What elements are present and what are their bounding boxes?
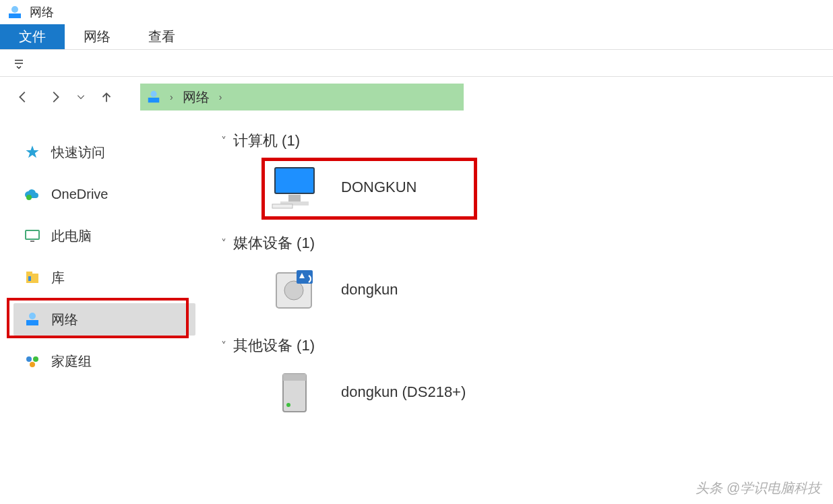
svg-rect-10 <box>26 320 38 325</box>
network-title-icon <box>5 3 24 22</box>
sidebar-item-label: OneDrive <box>51 187 108 202</box>
sidebar-item-onedrive[interactable]: OneDrive <box>13 178 195 210</box>
svg-rect-17 <box>288 195 301 201</box>
svg-point-1 <box>11 6 18 13</box>
nav-recent-dropdown[interactable] <box>74 84 88 111</box>
group-title: 计算机 (1) <box>233 131 300 151</box>
breadcrumb-chevron-icon[interactable]: › <box>170 92 173 102</box>
network-icon <box>23 310 42 329</box>
chevron-down-icon: ˅ <box>221 135 226 148</box>
sidebar-item-this-pc[interactable]: 此电脑 <box>13 220 195 252</box>
sidebar-item-label: 库 <box>51 269 65 287</box>
homegroup-icon <box>23 352 42 371</box>
nav-row: › 网络 › <box>0 77 833 117</box>
group-computers: ˅ 计算机 (1) DONGKUN <box>221 131 820 220</box>
item-label: DONGKUN <box>341 179 416 196</box>
sidebar-item-label: 家庭组 <box>51 352 92 371</box>
sidebar-item-quick-access[interactable]: 快速访问 <box>13 136 195 168</box>
group-other: ˅ 其他设备 (1) dongkun (DS218+) <box>221 336 820 424</box>
svg-point-3 <box>150 91 156 97</box>
tab-view[interactable]: 查看 <box>129 24 194 49</box>
cloud-icon <box>23 185 42 203</box>
group-header-media[interactable]: ˅ 媒体设备 (1) <box>221 233 820 253</box>
ribbon-tabs: 文件 网络 查看 <box>0 24 833 50</box>
svg-point-4 <box>26 195 32 200</box>
svg-point-21 <box>284 281 303 300</box>
navigation-pane: 快速访问 OneDrive 此电脑 库 网络 <box>0 117 202 504</box>
svg-point-14 <box>30 362 35 367</box>
item-label: dongkun (DS218+) <box>341 383 466 401</box>
svg-point-25 <box>286 403 290 407</box>
media-device-icon <box>268 266 322 313</box>
svg-point-12 <box>26 356 32 362</box>
group-title: 媒体设备 (1) <box>233 233 315 253</box>
breadcrumb-chevron-icon[interactable]: › <box>219 92 222 102</box>
other-device-item[interactable]: dongkun (DS218+) <box>261 360 820 424</box>
item-label: dongkun <box>341 281 398 298</box>
sidebar-item-network[interactable]: 网络 <box>13 303 195 336</box>
libraries-icon <box>23 268 42 287</box>
network-computer-item[interactable]: DONGKUN <box>261 155 820 220</box>
window-title: 网络 <box>30 4 54 20</box>
monitor-icon <box>23 226 42 245</box>
address-network-icon <box>144 88 163 106</box>
sidebar-item-label: 此电脑 <box>51 227 92 245</box>
svg-rect-19 <box>272 204 292 208</box>
svg-rect-6 <box>30 241 34 242</box>
tab-file[interactable]: 文件 <box>0 24 65 49</box>
svg-point-13 <box>33 356 38 362</box>
nav-up-button[interactable] <box>93 84 120 111</box>
sidebar-item-homegroup[interactable]: 家庭组 <box>13 345 195 377</box>
nav-back-button[interactable] <box>9 84 36 111</box>
media-device-item[interactable]: dongkun <box>261 257 820 322</box>
star-icon <box>23 143 42 162</box>
title-bar: 网络 <box>0 0 833 24</box>
svg-rect-5 <box>26 230 39 239</box>
qat-row <box>0 50 833 77</box>
svg-rect-15 <box>275 168 314 193</box>
chevron-down-icon: ˅ <box>221 340 226 352</box>
svg-rect-2 <box>148 98 160 102</box>
computer-icon <box>268 164 322 211</box>
qat-customize-icon[interactable] <box>9 54 28 73</box>
svg-rect-24 <box>283 374 306 381</box>
nas-device-icon <box>268 369 322 416</box>
breadcrumb-network[interactable]: 网络 <box>180 88 212 106</box>
group-title: 其他设备 (1) <box>233 336 315 356</box>
sidebar-item-libraries[interactable]: 库 <box>13 261 195 294</box>
svg-rect-9 <box>28 276 31 281</box>
svg-rect-7 <box>26 274 38 283</box>
sidebar-item-label: 网络 <box>51 311 78 329</box>
tab-network[interactable]: 网络 <box>65 24 129 49</box>
nav-forward-button[interactable] <box>42 84 69 111</box>
group-header-computers[interactable]: ˅ 计算机 (1) <box>221 131 820 151</box>
content-pane: ˅ 计算机 (1) DONGKUN ˅ 媒体设备 (1) <box>202 117 833 504</box>
address-bar[interactable]: › 网络 › <box>140 84 464 111</box>
sidebar-item-label: 快速访问 <box>51 144 105 162</box>
chevron-down-icon: ˅ <box>221 237 226 250</box>
group-media: ˅ 媒体设备 (1) dongkun <box>221 233 820 322</box>
group-header-other[interactable]: ˅ 其他设备 (1) <box>221 336 820 356</box>
svg-point-11 <box>29 313 36 319</box>
svg-rect-0 <box>9 13 21 18</box>
svg-rect-8 <box>26 272 32 274</box>
main-area: 快速访问 OneDrive 此电脑 库 网络 <box>0 117 833 504</box>
